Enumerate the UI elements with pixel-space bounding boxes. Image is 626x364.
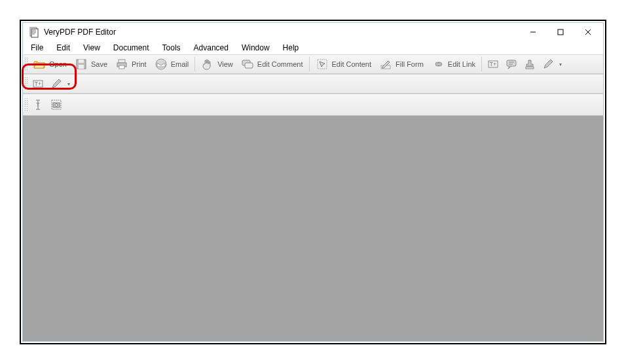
save-button[interactable]: Save (71, 56, 111, 73)
svg-rect-11 (119, 65, 124, 69)
open-folder-icon (33, 58, 46, 71)
save-label: Save (91, 60, 107, 68)
toolbar-separator (194, 57, 195, 71)
email-label: Email (171, 60, 189, 68)
save-floppy-icon (75, 58, 88, 71)
svg-rect-3 (558, 29, 563, 35)
svg-rect-7 (79, 60, 84, 63)
menu-file[interactable]: File (26, 43, 48, 53)
menu-document[interactable]: Document (108, 43, 155, 53)
toolbar-main: Open Save Print Email View (23, 54, 603, 74)
pencil-icon (542, 58, 555, 71)
view-button[interactable]: View (197, 56, 237, 73)
view-label: View (217, 60, 233, 68)
document-canvas (23, 116, 603, 341)
menu-edit[interactable]: Edit (51, 43, 75, 53)
text-box-icon: T+ (487, 58, 500, 71)
cursor-content-icon (316, 58, 329, 71)
edit-comment-button[interactable]: Edit Comment (237, 56, 307, 73)
edit-content-button[interactable]: Edit Content (312, 56, 376, 73)
text-box-tool[interactable]: T+ (484, 56, 502, 73)
svg-rect-19 (507, 60, 516, 66)
menu-advanced[interactable]: Advanced (189, 43, 234, 53)
pencil-tool[interactable] (539, 56, 557, 73)
toolbar-separator (481, 57, 482, 71)
text-cursor-icon: T (31, 98, 45, 111)
edit-link-label: Edit Link (448, 60, 475, 68)
toolbar-secondary: T+ ▾ (23, 74, 603, 94)
svg-text:T+: T+ (35, 81, 42, 87)
pencil-icon (50, 77, 63, 90)
email-icon (155, 58, 168, 71)
app-title: VeryPDF PDF Editor (44, 27, 116, 37)
menu-view[interactable]: View (78, 43, 105, 53)
comment-icon (241, 58, 254, 71)
svg-rect-9 (119, 60, 125, 63)
open-label: Open (49, 60, 67, 68)
menu-tools[interactable]: Tools (157, 43, 186, 53)
email-button[interactable]: Email (151, 56, 193, 73)
app-window: VeryPDF PDF Editor File Edit View Docume… (22, 22, 604, 342)
toolbar-separator (309, 57, 310, 71)
edit-link-button[interactable]: Edit Link (428, 56, 479, 73)
menu-help[interactable]: Help (278, 43, 304, 53)
svg-rect-14 (245, 63, 253, 68)
hand-icon (201, 58, 214, 71)
menubar: File Edit View Document Tools Advanced W… (23, 41, 603, 54)
pencil-dropdown[interactable]: ▾ (557, 56, 564, 73)
stamp-icon (523, 58, 536, 71)
edit-content-label: Edit Content (332, 60, 372, 68)
svg-point-26 (55, 104, 58, 107)
titlebar: VeryPDF PDF Editor (23, 23, 603, 41)
svg-text:T: T (36, 101, 40, 108)
menu-window[interactable]: Window (236, 43, 275, 53)
toolbar-grip[interactable] (24, 98, 28, 112)
svg-rect-20 (526, 67, 534, 69)
svg-rect-8 (79, 65, 84, 69)
fill-form-label: Fill Form (396, 60, 424, 68)
draw-dropdown-2[interactable]: ▾ (65, 75, 72, 92)
close-button[interactable] (574, 23, 602, 41)
printer-icon (115, 58, 128, 71)
camera-icon (50, 98, 63, 111)
note-tool[interactable] (502, 56, 521, 73)
print-button[interactable]: Print (111, 56, 151, 73)
text-tool-2[interactable]: T+ (29, 75, 47, 92)
text-box-icon: T+ (31, 77, 45, 90)
pencil-form-icon (379, 58, 392, 71)
toolbar-grip[interactable] (24, 57, 28, 71)
draw-tool-2[interactable] (47, 75, 65, 92)
edit-comment-label: Edit Comment (257, 60, 303, 68)
toolbar-grip[interactable] (24, 77, 28, 91)
stamp-tool[interactable] (521, 56, 539, 73)
snapshot-tool[interactable] (47, 96, 65, 113)
app-icon (28, 26, 40, 38)
open-button[interactable]: Open (29, 56, 71, 73)
svg-text:T+: T+ (490, 61, 497, 67)
print-label: Print (132, 60, 147, 68)
minimize-button[interactable] (519, 23, 547, 41)
speech-bubble-icon (505, 58, 518, 71)
link-icon (432, 58, 445, 71)
text-cursor-tool[interactable]: T (29, 96, 47, 113)
toolbar-tertiary: T (23, 94, 603, 116)
maximize-button[interactable] (547, 23, 574, 41)
fill-form-button[interactable]: Fill Form (375, 56, 428, 73)
